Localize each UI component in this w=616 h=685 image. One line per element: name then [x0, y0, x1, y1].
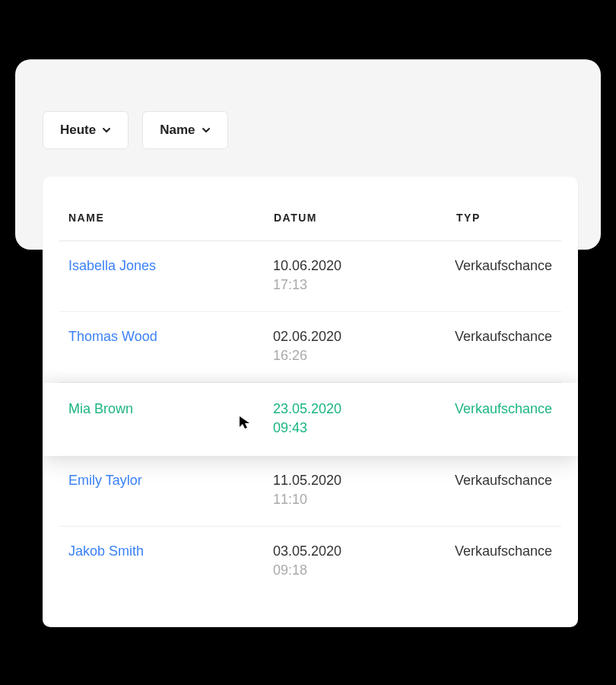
cell-date: 23.05.202009:43: [273, 401, 455, 436]
filter-date-label: Heute: [60, 123, 96, 138]
cell-type: Verkaufschance: [455, 258, 552, 274]
chevron-down-icon: [202, 126, 211, 135]
cell-date: 10.06.202017:13: [273, 258, 455, 293]
cell-date: 02.06.202016:26: [273, 329, 455, 364]
cell-type: Verkaufschance: [455, 473, 552, 489]
date-value: 23.05.2020: [273, 401, 455, 417]
column-header-name[interactable]: NAME: [68, 212, 274, 224]
time-value: 09:18: [273, 562, 455, 578]
time-value: 16:26: [273, 348, 455, 364]
cell-type: Verkaufschance: [455, 329, 552, 345]
time-value: 11:10: [273, 492, 455, 508]
date-value: 02.06.2020: [273, 329, 455, 345]
table-row[interactable]: Isabella Jones10.06.202017:13Verkaufscha…: [59, 241, 561, 312]
table-body: Isabella Jones10.06.202017:13Verkaufscha…: [59, 241, 561, 597]
cell-name[interactable]: Isabella Jones: [68, 258, 273, 274]
filter-panel: Heute Name NAME DATUM TYP Isabella Jones…: [15, 59, 601, 250]
table-header-row: NAME DATUM TYP: [59, 177, 561, 241]
filter-bar: Heute Name: [15, 59, 601, 149]
cell-name[interactable]: Jakob Smith: [68, 543, 273, 559]
chevron-down-icon: [102, 126, 111, 135]
cursor-icon: [237, 415, 252, 430]
cell-name[interactable]: Thomas Wood: [68, 329, 273, 345]
cell-type: Verkaufschance: [455, 401, 552, 417]
table-row[interactable]: Jakob Smith03.05.202009:18Verkaufschance: [59, 527, 561, 597]
filter-sort-button[interactable]: Name: [142, 111, 227, 149]
date-value: 10.06.2020: [273, 258, 455, 274]
column-header-type[interactable]: TYP: [456, 212, 552, 224]
time-value: 17:13: [273, 277, 455, 293]
column-header-date[interactable]: DATUM: [274, 212, 456, 224]
cell-type: Verkaufschance: [455, 543, 552, 559]
table-row[interactable]: Thomas Wood02.06.202016:26Verkaufschance: [59, 312, 561, 383]
filter-sort-label: Name: [160, 123, 195, 138]
table-row[interactable]: Emily Taylor11.05.202011:10Verkaufschanc…: [59, 456, 561, 527]
cell-date: 03.05.202009:18: [273, 543, 455, 578]
table-row[interactable]: Mia Brown23.05.202009:43Verkaufschance: [43, 383, 578, 456]
data-table: NAME DATUM TYP Isabella Jones10.06.20201…: [43, 177, 578, 627]
cell-name[interactable]: Emily Taylor: [68, 473, 273, 489]
cell-date: 11.05.202011:10: [273, 473, 455, 508]
time-value: 09:43: [273, 420, 455, 436]
date-value: 11.05.2020: [273, 473, 455, 489]
filter-date-button[interactable]: Heute: [43, 111, 129, 149]
date-value: 03.05.2020: [273, 543, 455, 559]
